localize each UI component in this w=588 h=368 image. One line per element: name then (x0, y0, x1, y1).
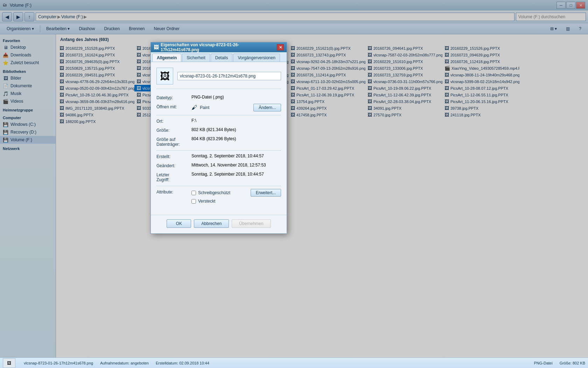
dialog-content: 🖼 vlcsnap-8723-01-26-17h12m41s678.png Da… (151, 62, 287, 215)
dialog-label-created: Erstellt: (156, 154, 191, 159)
dialog-row-modified: Geändert: Mittwoch, 14. November 2018, 1… (156, 163, 281, 168)
dialog-tabs: Allgemein Sicherheit Details Vorgängerve… (151, 52, 287, 62)
paint-icon: 🖌 (191, 104, 197, 111)
status-filetype: PNG-Datei (534, 361, 552, 365)
dialog-value-size: 802 KB (821.344 Bytes) (191, 127, 281, 132)
dialog-row-created: Erstellt: Sonntag, 2. September 2018, 10… (156, 154, 281, 159)
status-meta1: Aufnahmedatum: angeboten (100, 361, 149, 365)
dialog-row-filetype: Dateityp: PNG-Datei (.png) (156, 95, 281, 100)
dialog-sep-1 (156, 115, 281, 115)
dialog-row-size: Größe: 802 KB (821.344 Bytes) (156, 127, 281, 133)
dialog-value-openwith: 🖌 Paint Ändern... (191, 104, 281, 111)
dialog-value-created: Sonntag, 2. September 2018, 10:44:57 (191, 154, 281, 158)
checkbox-hidden[interactable] (191, 199, 196, 204)
dialog-title-bar: 🖼 Eigenschaften von vlcsnap-8723-01-26-1… (151, 42, 287, 52)
status-size: Größe: 802 KB (560, 361, 585, 365)
dialog-value-accessed: Sonntag, 2. September 2018, 10:44:57 (191, 172, 281, 177)
dialog-sep-2 (156, 150, 281, 151)
dialog-file-icon: 🖼 (156, 68, 173, 84)
extended-button[interactable]: Erweitert... (251, 189, 281, 197)
dialog-file-header: 🖼 vlcsnap-8723-01-26-17h12m41s678.png (156, 68, 281, 89)
ok-button[interactable]: OK (167, 219, 191, 228)
dialog-value-filetype: PNG-Datei (.png) (191, 95, 281, 100)
dialog-tab-security[interactable]: Sicherheit (182, 54, 210, 62)
properties-dialog: 🖼 Eigenschaften von vlcsnap-8723-01-26-1… (150, 42, 287, 234)
status-meta2: Erstelldatum: 02.09.2018 10:44 (156, 361, 209, 365)
label-readonly: Schreibgeschützt (198, 190, 230, 195)
dialog-tab-previous[interactable]: Vorgängerversionen (233, 54, 280, 62)
dialog-value-size-disk: 804 KB (823.296 Bytes) (191, 136, 281, 141)
dialog-label-size-disk: Größe aufDatenträger: (156, 136, 191, 147)
dialog-label-size: Größe: (156, 127, 191, 133)
dialog-attributes-content: Schreibgeschützt Erweitert... Versteckt (191, 189, 281, 206)
dialog-sep-3 (156, 186, 281, 186)
label-hidden: Versteckt (198, 199, 215, 204)
dialog-title-text: Eigenschaften von vlcsnap-8723-01-26-17h… (161, 42, 277, 52)
dialog-title-icon: 🖼 (154, 45, 159, 50)
dialog-row-openwith: Öffnen mit: 🖌 Paint Ändern... (156, 104, 281, 111)
change-button[interactable]: Ändern... (253, 104, 281, 111)
status-bar: 🖼 vlcsnap-8723-01-26-17h12m41s678.png Au… (0, 357, 588, 368)
cancel-button[interactable]: Abbrechen (194, 219, 229, 228)
dialog-value-location: F:\ (191, 118, 281, 123)
dialog-row-size-disk: Größe aufDatenträger: 804 KB (823.296 By… (156, 136, 281, 147)
dialog-tab-general[interactable]: Allgemein (152, 54, 181, 62)
dialog-overlay: 🖼 Eigenschaften von vlcsnap-8723-01-26-1… (0, 0, 588, 357)
dialog-row-accessed: LetzterZugriff: Sonntag, 2. September 20… (156, 172, 281, 182)
status-filename: vlcsnap-8723-01-26-17h12m41s678.png (24, 361, 93, 365)
dialog-row-location: Ort: F:\ (156, 118, 281, 124)
apply-button[interactable]: Übernehmen (232, 219, 271, 228)
dialog-tab-details[interactable]: Details (211, 54, 233, 62)
dialog-label-openwith: Öffnen mit: (156, 104, 191, 109)
dialog-label-attributes: Attribute: (156, 189, 191, 195)
dialog-label-modified: Geändert: (156, 163, 191, 168)
dialog-value-modified: Mittwoch, 14. November 2018, 12:57:53 (191, 163, 281, 168)
dialog-filename[interactable]: vlcsnap-8723-01-26-17h12m41s678.png (177, 72, 281, 80)
dialog-close-button[interactable]: ✕ (277, 44, 284, 50)
dialog-row-attributes: Attribute: Schreibgeschützt Erweitert...… (156, 189, 281, 206)
dialog-label-filetype: Dateityp: (156, 95, 191, 100)
dialog-value-openwith-text: Paint (200, 105, 251, 110)
dialog-checkbox-hidden: Versteckt (191, 199, 281, 204)
dialog-checkbox-readonly: Schreibgeschützt Erweitert... (191, 189, 281, 197)
status-thumbnail: 🖼 (3, 358, 15, 368)
dialog-label-location: Ort: (156, 118, 191, 124)
checkbox-readonly[interactable] (191, 191, 196, 195)
dialog-label-accessed: LetzterZugriff: (156, 172, 191, 182)
dialog-footer: OK Abbrechen Übernehmen (151, 215, 287, 233)
